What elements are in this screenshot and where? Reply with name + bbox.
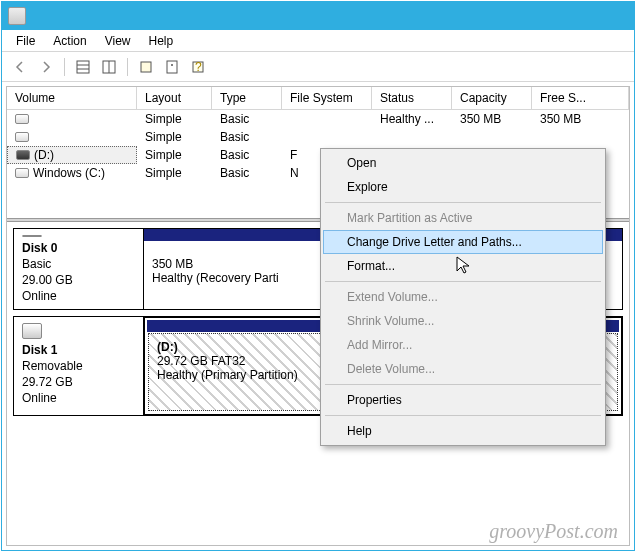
toolbar: ? bbox=[2, 52, 634, 82]
cell-status bbox=[372, 136, 452, 138]
toolbar-separator bbox=[127, 58, 128, 76]
menu-view[interactable]: View bbox=[97, 32, 139, 50]
view-list-button[interactable] bbox=[73, 57, 93, 77]
cell-layout: Simple bbox=[137, 147, 212, 163]
ctx-separator bbox=[325, 415, 601, 416]
cell-capacity: 350 MB bbox=[452, 111, 532, 127]
app-icon bbox=[8, 7, 26, 25]
volume-row[interactable]: Simple Basic bbox=[7, 128, 629, 146]
volume-name: Windows (C:) bbox=[33, 166, 105, 180]
ctx-shrink-volume: Shrink Volume... bbox=[323, 309, 603, 333]
ctx-separator bbox=[325, 202, 601, 203]
context-menu: Open Explore Mark Partition as Active Ch… bbox=[320, 148, 606, 446]
disk-status: Online bbox=[22, 391, 135, 405]
cell-layout: Simple bbox=[137, 129, 212, 145]
forward-button[interactable] bbox=[36, 57, 56, 77]
toolbar-separator bbox=[64, 58, 65, 76]
col-type[interactable]: Type bbox=[212, 87, 282, 109]
menu-help[interactable]: Help bbox=[141, 32, 182, 50]
disk-name: Disk 1 bbox=[22, 343, 135, 357]
menu-bar: File Action View Help bbox=[2, 30, 634, 52]
cell-status: Healthy ... bbox=[372, 111, 452, 127]
refresh-button[interactable] bbox=[136, 57, 156, 77]
volume-row[interactable]: Simple Basic Healthy ... 350 MB 350 MB bbox=[7, 110, 629, 128]
disk-size: 29.72 GB bbox=[22, 375, 135, 389]
back-button[interactable] bbox=[10, 57, 30, 77]
disk-icon bbox=[16, 150, 30, 160]
help-button[interactable]: ? bbox=[188, 57, 208, 77]
volume-list-header: Volume Layout Type File System Status Ca… bbox=[7, 87, 629, 110]
col-volume[interactable]: Volume bbox=[7, 87, 137, 109]
cell-layout: Simple bbox=[137, 111, 212, 127]
disk-1-info: Disk 1 Removable 29.72 GB Online bbox=[14, 317, 144, 415]
svg-rect-6 bbox=[167, 61, 177, 73]
svg-point-7 bbox=[171, 64, 173, 66]
col-status[interactable]: Status bbox=[372, 87, 452, 109]
cell-type: Basic bbox=[212, 111, 282, 127]
ctx-delete-volume: Delete Volume... bbox=[323, 357, 603, 381]
svg-text:?: ? bbox=[195, 60, 202, 74]
volume-name: (D:) bbox=[34, 148, 54, 162]
ctx-help[interactable]: Help bbox=[323, 419, 603, 443]
col-filesystem[interactable]: File System bbox=[282, 87, 372, 109]
disk-icon bbox=[15, 132, 29, 142]
ctx-extend-volume: Extend Volume... bbox=[323, 285, 603, 309]
disk-size: 29.00 GB bbox=[22, 273, 135, 287]
ctx-separator bbox=[325, 281, 601, 282]
ctx-separator bbox=[325, 384, 601, 385]
view-graphical-button[interactable] bbox=[99, 57, 119, 77]
disk-name: Disk 0 bbox=[22, 241, 135, 255]
ctx-add-mirror: Add Mirror... bbox=[323, 333, 603, 357]
title-bar[interactable] bbox=[2, 2, 634, 30]
cell-type: Basic bbox=[212, 165, 282, 181]
disk-0-info: Disk 0 Basic 29.00 GB Online bbox=[14, 229, 144, 309]
ctx-change-drive-letter[interactable]: Change Drive Letter and Paths... bbox=[323, 230, 603, 254]
watermark: groovyPost.com bbox=[489, 520, 618, 543]
cell-type: Basic bbox=[212, 129, 282, 145]
cursor-icon bbox=[455, 255, 475, 275]
disk-type: Basic bbox=[22, 257, 135, 271]
ctx-open[interactable]: Open bbox=[323, 151, 603, 175]
svg-rect-5 bbox=[141, 62, 151, 72]
cell-free bbox=[532, 136, 629, 138]
cell-layout: Simple bbox=[137, 165, 212, 181]
cell-type: Basic bbox=[212, 147, 282, 163]
ctx-properties[interactable]: Properties bbox=[323, 388, 603, 412]
ctx-mark-active: Mark Partition as Active bbox=[323, 206, 603, 230]
col-capacity[interactable]: Capacity bbox=[452, 87, 532, 109]
disk-icon bbox=[15, 114, 29, 124]
disk-type: Removable bbox=[22, 359, 135, 373]
cell-fs bbox=[282, 136, 372, 138]
cell-free: 350 MB bbox=[532, 111, 629, 127]
cell-fs bbox=[282, 118, 372, 120]
disk-status: Online bbox=[22, 289, 135, 303]
disk-icon bbox=[22, 235, 42, 237]
col-free[interactable]: Free S... bbox=[532, 87, 629, 109]
properties-button[interactable] bbox=[162, 57, 182, 77]
disk-icon bbox=[22, 323, 42, 339]
ctx-explore[interactable]: Explore bbox=[323, 175, 603, 199]
menu-file[interactable]: File bbox=[8, 32, 43, 50]
svg-rect-0 bbox=[77, 61, 89, 73]
cell-capacity bbox=[452, 136, 532, 138]
disk-icon bbox=[15, 168, 29, 178]
menu-action[interactable]: Action bbox=[45, 32, 94, 50]
col-layout[interactable]: Layout bbox=[137, 87, 212, 109]
